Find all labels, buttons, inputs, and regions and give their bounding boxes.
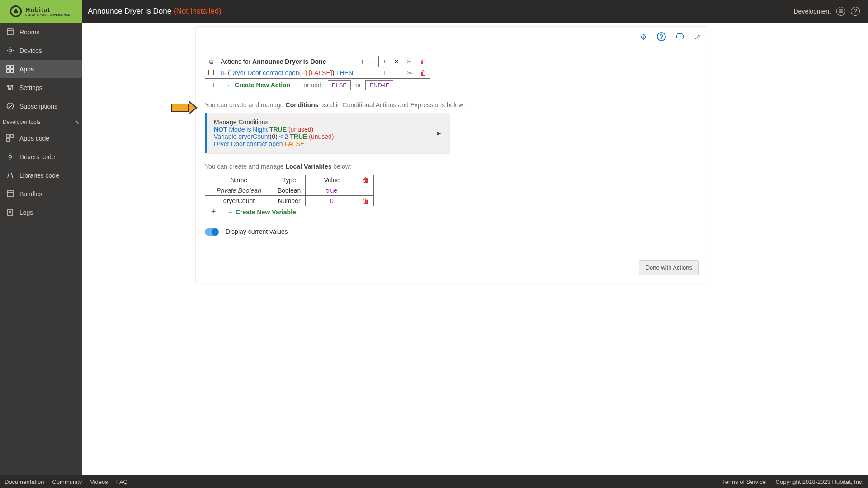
svg-rect-0 xyxy=(7,29,13,35)
delete-var-icon[interactable]: 🗑 xyxy=(358,196,374,206)
sidebar-item-libraries-code[interactable]: Libraries code xyxy=(0,166,82,185)
or-add-label: or add: xyxy=(303,81,323,89)
trash-icon[interactable]: 🗑 xyxy=(416,56,430,67)
endif-button[interactable]: END-IF xyxy=(365,80,393,90)
sidebar: Rooms Devices Apps Settings Subscription… xyxy=(0,23,82,475)
main-panel: ⚙ ? 🖵 ⤢ ⧉ Actions for Announce Dryer is … xyxy=(195,26,708,284)
help-circle-icon[interactable]: ? xyxy=(657,32,666,41)
condition-line: Variable dryerCount(0) < 2 TRUE (unused) xyxy=(214,133,442,140)
var-name[interactable]: dryerCount xyxy=(205,196,273,206)
add-action-button[interactable]: + xyxy=(205,79,222,91)
sidebar-item-label: Apps code xyxy=(19,135,49,142)
conditions-box[interactable]: Manage Conditions NOT Mode is Night TRUE… xyxy=(205,113,449,153)
trash-header-icon[interactable]: 🗑 xyxy=(358,175,374,185)
gear-icon[interactable]: ⚙ xyxy=(640,32,647,42)
svg-point-16 xyxy=(12,85,13,87)
collapse-icon[interactable]: ⤡ xyxy=(75,119,80,125)
move-down-icon[interactable]: ↓ xyxy=(368,56,379,67)
footer-link-docs[interactable]: Documentation xyxy=(5,479,44,485)
sidebar-item-settings[interactable]: Settings xyxy=(0,78,82,97)
devices-icon xyxy=(6,47,14,54)
cut-icon[interactable]: ✂ xyxy=(403,56,416,67)
sidebar-item-label: Settings xyxy=(19,84,42,91)
move-up-icon[interactable]: ↑ xyxy=(357,56,368,67)
sidebar-section-dev[interactable]: Developer tools ⤡ xyxy=(0,115,82,129)
footer-link-videos[interactable]: Videos xyxy=(90,479,108,485)
chat-icon[interactable]: ✉ xyxy=(836,7,845,16)
condition-line: NOT Mode is Night TRUE (unused) xyxy=(214,126,442,133)
bundles-icon xyxy=(6,190,14,198)
col-name: Name xyxy=(205,175,273,185)
settings-icon xyxy=(6,84,14,91)
logs-icon xyxy=(6,208,14,216)
footer-tos[interactable]: Terms of Service xyxy=(722,479,766,485)
delete-icon[interactable]: ✕ xyxy=(390,56,403,67)
cut-row-icon[interactable]: ✂ xyxy=(403,67,416,79)
toggle-row: Display current values xyxy=(205,228,699,236)
condition-line: Dryer Door contact open FALSE xyxy=(214,140,442,147)
content: ⚙ ? 🖵 ⤢ ⧉ Actions for Announce Dryer is … xyxy=(82,23,868,475)
variable-row: Private Boolean Boolean true xyxy=(205,185,374,196)
apps-code-icon xyxy=(6,134,14,142)
sidebar-item-drivers-code[interactable]: Drivers code xyxy=(0,147,82,166)
action-condition[interactable]: IF (Dryer Door contact open(F) [FALSE]) … xyxy=(217,67,357,79)
drivers-code-icon xyxy=(6,153,14,161)
callout-arrow xyxy=(171,104,189,112)
trash-row-icon[interactable]: 🗑 xyxy=(416,67,430,79)
sidebar-item-apps[interactable]: Apps xyxy=(0,60,82,78)
variables-table: Name Type Value 🗑 Private Boolean Boolea… xyxy=(205,175,374,206)
vars-intro: You can create and manage Local Variable… xyxy=(205,163,699,170)
svg-point-14 xyxy=(8,86,9,87)
sidebar-item-label: Bundles xyxy=(19,190,42,198)
expand-triangle-icon[interactable]: ▶ xyxy=(437,130,441,136)
rooms-icon xyxy=(6,28,14,36)
svg-rect-18 xyxy=(7,135,9,137)
action-row: IF (Dryer Door contact open(F) [FALSE]) … xyxy=(205,67,430,79)
sidebar-item-subscriptions[interactable]: Subscriptions xyxy=(0,97,82,115)
checkbox-icon[interactable] xyxy=(205,67,217,79)
var-name[interactable]: Private Boolean xyxy=(205,185,273,196)
svg-rect-19 xyxy=(11,135,14,137)
monitor-icon[interactable]: 🖵 xyxy=(676,32,684,42)
footer-link-faq[interactable]: FAQ xyxy=(116,479,128,485)
actions-table: ⧉ Actions for Announce Dryer is Done ↑ ↓… xyxy=(205,56,430,79)
logo[interactable]: HubitatELEVATE YOUR ENVIRONMENT xyxy=(0,0,82,23)
expand-icon[interactable]: ⤢ xyxy=(694,32,701,42)
sidebar-item-apps-code[interactable]: Apps code xyxy=(0,129,82,147)
select-icon[interactable] xyxy=(390,67,403,79)
svg-rect-20 xyxy=(7,139,9,142)
create-variable-button[interactable]: ← Create New Variable xyxy=(222,206,302,218)
or-label: or xyxy=(355,81,361,89)
topbar: HubitatELEVATE YOUR ENVIRONMENT Announce… xyxy=(0,0,868,23)
libraries-icon xyxy=(6,171,14,179)
create-action-button[interactable]: ← Create New Action xyxy=(222,79,295,91)
conditions-intro: You can create and manage Conditions use… xyxy=(205,101,699,109)
sidebar-item-label: Logs xyxy=(19,209,33,216)
sidebar-item-bundles[interactable]: Bundles xyxy=(0,185,82,203)
copy-all-icon[interactable]: ⧉ xyxy=(205,56,217,67)
done-button[interactable]: Done with Actions xyxy=(639,260,699,275)
help-icon[interactable]: ? xyxy=(851,7,860,16)
add-icon[interactable]: + xyxy=(379,56,390,67)
sidebar-item-label: Rooms xyxy=(19,28,39,36)
var-value[interactable]: true xyxy=(306,185,358,196)
sidebar-item-devices[interactable]: Devices xyxy=(0,41,82,60)
svg-rect-8 xyxy=(11,66,14,68)
toggle-label: Display current values xyxy=(226,228,288,235)
actions-header: Actions for Announce Dryer is Done xyxy=(217,56,357,67)
sidebar-item-rooms[interactable]: Rooms xyxy=(0,23,82,41)
else-button[interactable]: ELSE xyxy=(328,80,351,90)
var-value[interactable]: 0 xyxy=(306,196,358,206)
dev-label: Development xyxy=(794,8,831,15)
svg-rect-24 xyxy=(7,191,13,197)
add-sub-icon[interactable]: + xyxy=(379,67,390,79)
add-variable-button[interactable]: + xyxy=(205,206,222,218)
variable-row: dryerCount Number 0 🗑 xyxy=(205,196,374,206)
sidebar-item-label: Drivers code xyxy=(19,153,55,161)
display-values-toggle[interactable] xyxy=(205,228,218,236)
footer-link-community[interactable]: Community xyxy=(52,479,82,485)
sidebar-item-logs[interactable]: Logs xyxy=(0,203,82,222)
var-type: Number xyxy=(273,196,306,206)
subscriptions-icon xyxy=(6,102,14,110)
svg-rect-9 xyxy=(7,70,9,72)
